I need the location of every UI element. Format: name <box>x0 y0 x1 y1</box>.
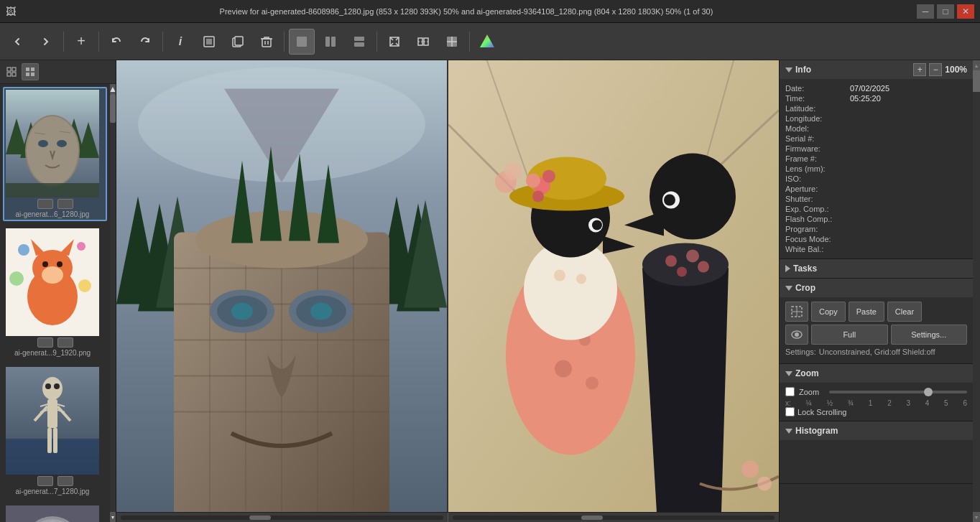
close-button[interactable]: ✕ <box>957 4 974 19</box>
info-row-model: Model: <box>785 123 967 134</box>
right-scroll-down-btn[interactable]: ▼ <box>973 512 980 522</box>
crop-settings-info-row: Settings: Unconstrained, Grid:off Shield… <box>785 348 967 356</box>
svg-rect-4 <box>262 39 271 47</box>
crop-row-1: Copy Paste Clear <box>785 302 967 322</box>
list-view-button[interactable] <box>22 63 39 80</box>
sidebar-scroll-thumb[interactable] <box>110 94 116 123</box>
info-label-date: Date: <box>785 84 850 93</box>
lock-scrolling-checkbox[interactable] <box>785 407 795 416</box>
view-split-h-button[interactable] <box>318 29 343 55</box>
svg-rect-55 <box>53 428 57 453</box>
right-scroll-thumb[interactable] <box>973 70 980 92</box>
left-image-panel[interactable] <box>116 60 447 512</box>
svg-rect-7 <box>297 37 307 47</box>
zoom-checkbox[interactable] <box>785 387 795 396</box>
list-item[interactable] <box>3 503 107 522</box>
right-scroll-track <box>973 70 980 512</box>
right-scroll-thumb[interactable] <box>581 516 603 520</box>
crop-copy-button[interactable]: Copy <box>811 302 846 322</box>
redo-button[interactable] <box>132 29 158 55</box>
view-split-v-button[interactable] <box>346 29 372 55</box>
forward-button[interactable] <box>33 29 59 55</box>
grid-view-button[interactable] <box>3 63 20 80</box>
delete-button[interactable] <box>254 29 279 55</box>
canvas-viewport <box>116 60 779 512</box>
zoom-panel-header[interactable]: Zoom <box>780 364 973 383</box>
svg-point-108 <box>554 270 565 281</box>
sidebar-list: ai-generat...6_1280.jpg <box>0 84 110 522</box>
info-panel-header[interactable]: Info + − 100% <box>780 60 973 79</box>
right-scroll-bar[interactable] <box>448 513 780 522</box>
sidebar-scrollbar[interactable]: ▲ ▼ <box>110 84 116 522</box>
svg-rect-24 <box>26 67 29 71</box>
list-item[interactable]: ai-generat...6_1280.jpg <box>3 87 107 221</box>
thumb-left-btn[interactable] <box>37 199 53 209</box>
crop-settings-button[interactable]: Settings... <box>891 325 968 345</box>
copy-button[interactable] <box>225 29 251 55</box>
svg-point-31 <box>38 140 48 147</box>
thumb-filename: ai-generat...7_1280.jpg <box>6 488 99 495</box>
info-value-time: 05:25:20 <box>850 94 881 103</box>
thumb-right-btn[interactable] <box>57 199 73 209</box>
undo-button[interactable] <box>103 29 129 55</box>
thumb-right-btn[interactable] <box>57 476 73 486</box>
svg-rect-22 <box>7 73 11 76</box>
svg-point-123 <box>698 261 709 273</box>
right-scroll-up-btn[interactable]: ▲ <box>973 60 980 70</box>
svg-point-133 <box>795 332 799 337</box>
add-button[interactable]: + <box>68 29 94 55</box>
svg-point-42 <box>18 244 29 256</box>
crop-panel-header[interactable]: Crop <box>780 279 973 297</box>
svg-point-45 <box>78 279 91 292</box>
svg-point-43 <box>77 242 85 251</box>
crop-panel-content: Copy Paste Clear Full Settings... <box>780 297 973 363</box>
zoom-pair-button[interactable] <box>410 29 436 55</box>
bottom-scroll-area <box>116 512 779 522</box>
histogram-panel-header[interactable]: Histogram <box>780 421 973 440</box>
minimize-button[interactable]: ─ <box>917 4 934 19</box>
info-minus-button[interactable]: − <box>929 63 942 76</box>
thumb-left-btn[interactable] <box>37 476 53 486</box>
svg-point-100 <box>504 163 522 180</box>
thumb-right-btn[interactable] <box>57 337 73 348</box>
list-item[interactable]: ai-generat...7_1280.jpg <box>3 364 107 498</box>
zoom-slider-thumb[interactable] <box>924 388 933 396</box>
crop-eye-btn[interactable] <box>785 325 808 345</box>
tasks-panel-header[interactable]: Tasks <box>780 259 973 278</box>
right-panel-scrollbar[interactable]: ▲ ▼ <box>973 60 980 522</box>
zoom-slider[interactable] <box>829 391 967 393</box>
zoom-mark-x: x: <box>785 399 791 407</box>
left-scroll-bar[interactable] <box>116 513 448 522</box>
left-scroll-thumb[interactable] <box>249 516 271 520</box>
svg-rect-27 <box>31 73 34 76</box>
crop-full-button[interactable]: Full <box>811 325 888 345</box>
info-button[interactable]: i <box>167 29 193 55</box>
svg-point-32 <box>57 140 67 147</box>
svg-point-126 <box>664 195 675 206</box>
crop-clear-button[interactable]: Clear <box>887 302 922 322</box>
list-item[interactable]: ai-generat...9_1920.png <box>3 225 107 360</box>
info-plus-button[interactable]: + <box>913 63 926 76</box>
thumb-left-btn[interactable] <box>37 337 53 348</box>
titlebar-icon: 🖼 <box>6 6 16 17</box>
crop-select-icon-btn[interactable] <box>785 302 808 322</box>
right-image-panel[interactable] <box>448 60 779 512</box>
fullscreen-button[interactable] <box>196 29 222 55</box>
crop-paste-button[interactable]: Paste <box>849 302 884 322</box>
svg-rect-1 <box>206 39 212 45</box>
back-button[interactable] <box>4 29 30 55</box>
info-label-iso: ISO: <box>785 174 850 183</box>
sidebar-scroll-down[interactable]: ▼ <box>110 512 116 522</box>
color-button[interactable] <box>474 29 500 55</box>
histogram-content <box>780 440 973 483</box>
svg-point-87 <box>195 211 368 269</box>
zoom-fit-button[interactable] <box>382 29 407 55</box>
maximize-button[interactable]: □ <box>937 4 954 19</box>
thumbnail-image <box>6 90 99 197</box>
svg-rect-21 <box>12 67 16 71</box>
zoom-fill-button[interactable] <box>439 29 465 55</box>
thumb-filename: ai-generat...6_1280.jpg <box>6 210 99 218</box>
separator-5 <box>376 32 377 52</box>
view-single-button[interactable] <box>289 29 315 55</box>
sidebar-scroll-up[interactable]: ▲ <box>110 84 116 94</box>
